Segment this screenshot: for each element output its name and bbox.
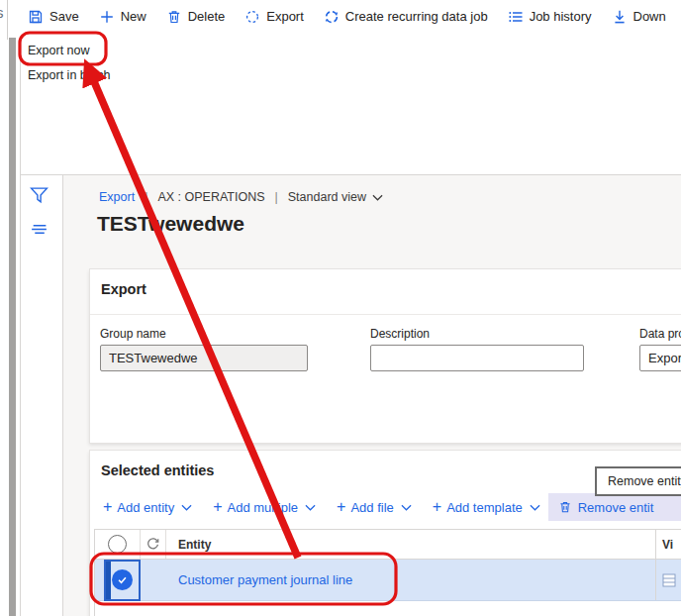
chevron-down-icon xyxy=(305,504,316,511)
data-project-field: Data proj xyxy=(639,327,681,371)
export-dropdown-menu: Export now Export in batch xyxy=(28,38,110,87)
job-history-button[interactable]: Job history xyxy=(508,9,592,25)
add-template-label: Add template xyxy=(446,500,523,515)
remove-entity-label: Remove entit xyxy=(578,500,654,515)
grid-empty-area xyxy=(95,601,681,616)
delete-label: Delete xyxy=(188,9,226,24)
trash-icon xyxy=(558,500,572,514)
remove-entity-button[interactable]: Remove entit xyxy=(548,493,681,521)
clipped-text-fragment: s xyxy=(0,4,4,21)
download-label: Down xyxy=(633,9,666,24)
download-icon xyxy=(612,9,628,25)
breadcrumb-export-link[interactable]: Export xyxy=(99,190,135,204)
job-history-label: Job history xyxy=(530,9,592,24)
plus-icon xyxy=(99,9,115,25)
group-name-field: Group name xyxy=(100,327,308,371)
export-card: Export Group name Description Data proj xyxy=(89,268,681,444)
plus-icon: + xyxy=(433,499,441,515)
group-name-input[interactable] xyxy=(100,345,308,371)
table-row[interactable]: Customer payment journal line xyxy=(95,560,681,601)
delete-button[interactable]: Delete xyxy=(166,9,226,25)
remove-entity-tooltip: Remove entity xyxy=(595,466,681,496)
select-all-cell[interactable] xyxy=(95,530,141,559)
selected-entities-header: Selected entities xyxy=(101,462,214,478)
breadcrumb-separator: | xyxy=(275,190,278,204)
save-label: Save xyxy=(49,9,79,24)
plus-icon: + xyxy=(103,499,112,515)
card-divider xyxy=(90,314,681,315)
view-cell[interactable] xyxy=(655,560,681,600)
breadcrumb-environment: AX : OPERATIONS xyxy=(157,190,264,204)
view-selector-label: Standard view xyxy=(288,190,366,204)
grid-header-row: Entity Vi xyxy=(95,530,681,560)
add-template-button[interactable]: + Add template xyxy=(433,499,540,515)
download-button[interactable]: Down xyxy=(612,9,666,25)
scrollbar-thumb[interactable] xyxy=(9,38,16,616)
app-window: Save New Delete Export Create recurring … xyxy=(0,0,681,616)
entity-column-header[interactable]: Entity xyxy=(166,530,655,559)
add-file-button[interactable]: + Add file xyxy=(337,499,412,515)
content-top-divider xyxy=(20,174,681,175)
chevron-down-icon xyxy=(530,504,540,511)
add-entity-label: Add entity xyxy=(117,500,174,515)
group-name-label: Group name xyxy=(100,327,308,341)
menu-item-export-in-batch[interactable]: Export in batch xyxy=(28,62,110,87)
save-icon xyxy=(28,9,44,25)
breadcrumb: Export | AX : OPERATIONS | Standard view xyxy=(99,190,383,204)
chevron-down-icon xyxy=(372,194,383,201)
recurring-sync-icon xyxy=(324,9,340,25)
row-refresh-cell xyxy=(141,560,166,600)
add-file-label: Add file xyxy=(350,500,393,515)
description-field: Description xyxy=(370,327,584,371)
action-pane: Save New Delete Export Create recurring … xyxy=(28,0,666,33)
check-icon xyxy=(116,573,129,586)
create-recurring-data-job-button[interactable]: Create recurring data job xyxy=(324,9,488,25)
description-label: Description xyxy=(370,327,584,341)
chevron-down-icon xyxy=(181,504,192,511)
entities-grid: Entity Vi Customer payment journal line xyxy=(94,529,681,616)
row-checkbox-cell[interactable] xyxy=(95,560,141,600)
refresh-cell[interactable] xyxy=(141,530,166,559)
plus-icon: + xyxy=(213,499,222,515)
export-menu-label: Export xyxy=(266,9,304,24)
view-column-header[interactable]: Vi xyxy=(655,530,681,559)
export-menu-button[interactable]: Export xyxy=(244,9,304,25)
trash-icon xyxy=(166,9,182,25)
entity-cell[interactable]: Customer payment journal line xyxy=(166,560,655,600)
task-lines-icon[interactable] xyxy=(30,220,49,239)
selected-entities-card: Selected entities + Add entity + Add mul… xyxy=(89,450,681,616)
select-all-circle[interactable] xyxy=(108,535,127,554)
description-input[interactable] xyxy=(370,345,584,371)
save-button[interactable]: Save xyxy=(28,9,79,25)
page-title: TESTwewedwe xyxy=(97,212,244,236)
add-multiple-button[interactable]: + Add multiple xyxy=(213,499,316,515)
new-button[interactable]: New xyxy=(99,9,146,25)
new-label: New xyxy=(121,9,146,24)
job-history-list-icon xyxy=(508,9,524,25)
view-selector[interactable]: Standard view xyxy=(288,190,383,204)
data-project-label: Data proj xyxy=(639,327,681,341)
view-grid-icon xyxy=(662,573,676,587)
export-card-header: Export xyxy=(101,281,146,297)
create-recurring-data-job-label: Create recurring data job xyxy=(345,9,488,24)
add-entity-button[interactable]: + Add entity xyxy=(103,499,192,515)
breadcrumb-separator: | xyxy=(145,190,147,204)
checkbox-checked[interactable] xyxy=(112,569,133,590)
export-dashed-circle-icon xyxy=(244,9,260,25)
data-project-input[interactable] xyxy=(639,345,681,371)
entities-toolbar: + Add entity + Add multiple + Add file +… xyxy=(103,493,681,521)
sidebar-divider xyxy=(62,175,63,616)
refresh-icon xyxy=(146,537,160,552)
edge-divider xyxy=(7,0,8,40)
menu-item-export-now[interactable]: Export now xyxy=(28,38,110,62)
add-multiple-label: Add multiple xyxy=(228,500,299,515)
panel-divider xyxy=(20,38,21,616)
filter-icon[interactable] xyxy=(30,186,49,205)
plus-icon: + xyxy=(337,499,345,515)
chevron-down-icon xyxy=(401,504,412,511)
